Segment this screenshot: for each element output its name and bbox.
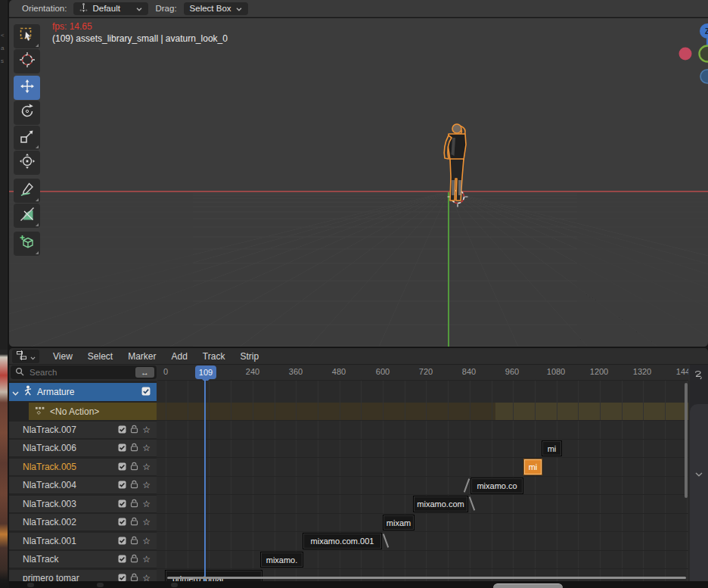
tool-measure-button[interactable]	[14, 204, 40, 228]
nla-strip-mi[interactable]: mi	[542, 440, 562, 456]
orientation-label: Orientation:	[22, 4, 67, 13]
tool-transform-button[interactable]	[14, 151, 40, 175]
track-checkbox[interactable]	[118, 552, 126, 566]
track-checkbox[interactable]	[118, 423, 126, 437]
row-separator	[157, 550, 688, 551]
tool-annotate-button[interactable]	[14, 179, 40, 203]
star-icon[interactable]: ☆	[142, 537, 151, 546]
nla-strip-primero-tomar[interactable]: primero tomar	[165, 570, 262, 581]
nla-strip-mixamo-[interactable]: mixamo.	[260, 552, 303, 568]
track-row-nlatrack-002[interactable]: NlaTrack.002☆	[9, 514, 157, 530]
star-icon[interactable]: ☆	[142, 555, 151, 564]
star-icon[interactable]: ☆	[142, 481, 151, 490]
tool-cursor-button[interactable]	[14, 49, 40, 73]
ruler-tick-240: 240	[246, 367, 259, 376]
unlock-icon[interactable]	[130, 478, 138, 492]
unlock-icon[interactable]	[130, 441, 138, 455]
frame-gridline	[557, 381, 557, 581]
track-row-nlatrack-004[interactable]: NlaTrack.004☆	[9, 477, 157, 493]
filter-expand-button[interactable]: ↔	[135, 367, 154, 378]
character-model[interactable]	[435, 120, 479, 209]
track-name: NlaTrack.007	[23, 425, 118, 435]
track-name: NlaTrack.004	[23, 480, 118, 490]
nla-strip-mixamo-co[interactable]: mixamo.co	[470, 478, 523, 494]
playhead-frame-badge[interactable]: 109	[195, 366, 216, 379]
menu-strip[interactable]: Strip	[232, 351, 266, 362]
track-row-nlatrack-005[interactable]: NlaTrack.005☆	[9, 459, 157, 475]
tool-rotate-button[interactable]	[14, 101, 40, 125]
unlock-icon[interactable]	[130, 460, 138, 474]
frame-gridline	[622, 381, 623, 581]
sidebar-tool-icon[interactable]	[694, 369, 703, 383]
menu-track[interactable]: Track	[195, 351, 233, 362]
frame-gridline	[318, 381, 318, 581]
tool-select-box-button[interactable]	[14, 24, 40, 48]
track-checkbox[interactable]	[118, 460, 126, 474]
track-row-no-action[interactable]: <No Action>	[29, 403, 157, 420]
nla-strip-mixamo-com-001[interactable]: mixamo.com.001	[303, 533, 382, 549]
nla-strip-mixam[interactable]: mixam	[383, 515, 415, 530]
track-name: NlaTrack	[23, 554, 118, 565]
track-row-nlatrack-007[interactable]: NlaTrack.007☆	[9, 422, 157, 438]
navigation-gizmo[interactable]: Z	[675, 23, 708, 89]
frame-gridline	[383, 381, 384, 581]
track-row-nlatrack-003[interactable]: NlaTrack.003☆	[9, 496, 157, 512]
nla-strip-area[interactable]: mimimixamo.comixamo.commixammixamo.com.0…	[157, 381, 688, 581]
orientation-dropdown[interactable]: Default	[73, 2, 148, 15]
drag-dropdown[interactable]: Select Box	[184, 2, 248, 15]
track-checkbox[interactable]	[118, 497, 126, 511]
menu-select[interactable]: Select	[80, 351, 120, 362]
unlock-icon[interactable]	[130, 552, 138, 566]
menu-marker[interactable]: Marker	[120, 351, 163, 362]
track-row-armature[interactable]: Armature	[9, 383, 157, 401]
sliver-texture	[0, 350, 8, 588]
ruler-tick-960: 960	[505, 367, 519, 376]
unlock-icon[interactable]	[130, 534, 138, 548]
status-fragment	[27, 583, 34, 587]
search-input[interactable]	[28, 367, 132, 378]
armature-checkbox[interactable]	[141, 385, 151, 399]
menu-add[interactable]: Add	[164, 351, 195, 362]
star-icon[interactable]: ☆	[142, 425, 151, 434]
star-icon[interactable]: ☆	[142, 499, 151, 509]
track-name: NlaTrack.002	[23, 517, 118, 527]
menu-view[interactable]: View	[45, 351, 80, 362]
move-icon	[19, 78, 36, 98]
track-checkbox[interactable]	[118, 515, 126, 529]
viewport-3d[interactable]: fps: 14.65 (109) assets_library_small | …	[9, 18, 708, 347]
axis-x-line	[9, 191, 708, 192]
track-row-nlatrack[interactable]: NlaTrack☆	[9, 551, 157, 568]
track-checkbox[interactable]	[118, 441, 126, 455]
ruler-tick-1440: 1440	[676, 367, 688, 376]
playhead-line[interactable]	[204, 380, 206, 581]
status-fragment	[171, 583, 178, 587]
gizmo-y-ball	[700, 46, 708, 62]
track-row-nlatrack-001[interactable]: NlaTrack.001☆	[9, 533, 157, 549]
star-icon[interactable]: ☆	[142, 462, 151, 471]
star-icon[interactable]: ☆	[142, 518, 151, 527]
unlock-icon[interactable]	[130, 515, 138, 529]
unlock-icon[interactable]	[130, 423, 138, 437]
sidebar-chevron-icon[interactable]	[695, 466, 703, 480]
nla-strip-mi[interactable]: mi	[523, 459, 542, 475]
chevron-down-icon	[236, 4, 242, 13]
track-checkbox[interactable]	[118, 534, 126, 548]
strip-transition-mark	[383, 534, 389, 548]
horizontal-scrollbar[interactable]	[167, 577, 686, 579]
track-checkbox[interactable]	[118, 478, 126, 492]
editor-type-dropdown[interactable]	[12, 350, 39, 363]
track-row-nlatrack-006[interactable]: NlaTrack.006☆	[9, 440, 157, 456]
unlock-icon[interactable]	[130, 497, 138, 511]
tool-scale-button[interactable]	[14, 126, 40, 150]
status-pill-button[interactable]	[493, 583, 563, 588]
star-icon[interactable]: ☆	[142, 443, 151, 453]
nla-strip-mixamo-com[interactable]: mixamo.com	[413, 496, 468, 512]
timeline-ruler[interactable]: 02403604806007208409601080120013201440	[157, 365, 688, 381]
tool-move-button[interactable]	[14, 76, 40, 100]
expand-chevron-icon[interactable]	[12, 385, 19, 399]
track-row-icons: ☆	[118, 478, 151, 492]
fps-counter: fps: 14.65	[52, 21, 228, 32]
frame-gridline	[643, 381, 644, 581]
tool-add-cube-button[interactable]	[14, 232, 40, 256]
vertical-scrollbar[interactable]	[685, 383, 688, 498]
